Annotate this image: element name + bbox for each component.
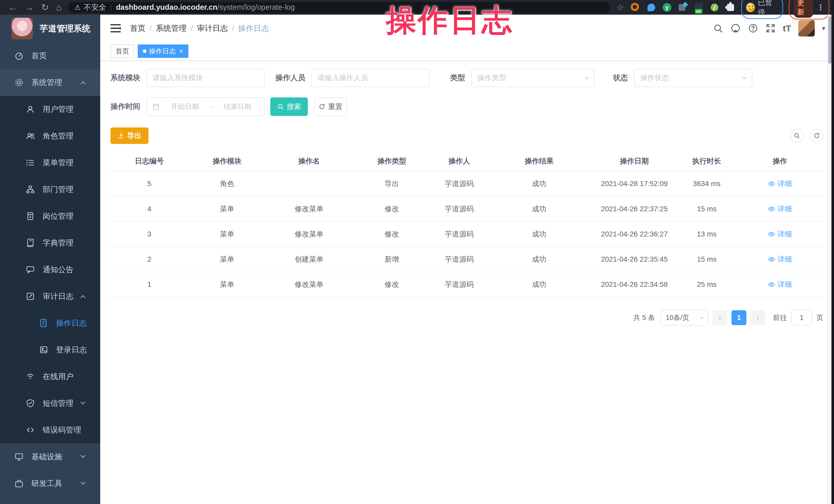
- home-icon[interactable]: ⌂: [56, 3, 62, 12]
- detail-link-label: 详细: [777, 229, 792, 239]
- operator-input[interactable]: [311, 69, 430, 87]
- operate-log-table: 日志编号 操作模块 操作名 操作类型 操作人 操作结果 操作日期 执行时长 操作…: [110, 151, 824, 298]
- sidebar-collapse-icon[interactable]: [110, 24, 121, 33]
- extension-icon-y[interactable]: y: [663, 3, 671, 12]
- url-path: /system/log/operate-log: [217, 3, 295, 12]
- tag-operate-log[interactable]: 操作日志 ×: [138, 44, 188, 58]
- current-page-button[interactable]: 1: [731, 310, 746, 325]
- browser-menu-icon[interactable]: ⋮: [817, 3, 825, 12]
- breadcrumb-separator: /: [232, 24, 234, 32]
- extension-icon-drop[interactable]: [647, 3, 656, 12]
- tag-close-icon[interactable]: ×: [179, 47, 183, 55]
- sidebar-item-audit[interactable]: 审计日志: [0, 283, 100, 310]
- end-date-placeholder[interactable]: 结束日期: [216, 102, 259, 111]
- back-icon[interactable]: ←: [8, 3, 18, 12]
- sidebar-item-dict[interactable]: 字典管理: [0, 229, 100, 256]
- extensions-puzzle-icon[interactable]: [726, 3, 735, 12]
- sidebar-item-home[interactable]: 首页: [0, 42, 100, 69]
- breadcrumb-audit[interactable]: 审计日志: [197, 23, 228, 34]
- extension-icon-leaf[interactable]: [710, 3, 719, 12]
- breadcrumb: 首页 / 系统管理 / 审计日志 / 操作日志: [130, 23, 269, 34]
- sidebar-item-label: 部门管理: [43, 184, 73, 195]
- sidebar-item-system[interactable]: 系统管理: [0, 69, 100, 96]
- sidebar-item-label: 基础设施: [31, 452, 62, 462]
- sidebar-item-posts[interactable]: 岗位管理: [0, 203, 100, 229]
- detail-link[interactable]: 详细: [768, 255, 792, 264]
- sidebar-item-sms[interactable]: 短信管理: [0, 390, 100, 417]
- export-button[interactable]: 导出: [110, 128, 149, 144]
- update-chip[interactable]: 更新 ⋮: [789, 0, 829, 20]
- sidebar-item-login-log[interactable]: 登录日志: [0, 336, 100, 363]
- type-select[interactable]: 操作类型: [471, 69, 595, 87]
- sidebar-item-users[interactable]: 用户管理: [0, 96, 100, 123]
- extension-icon-switch[interactable]: on: [694, 3, 703, 12]
- avatar-caret-icon[interactable]: ▾: [822, 24, 825, 32]
- address-divider: [111, 4, 111, 11]
- fullscreen-icon[interactable]: [765, 23, 776, 34]
- col-header-result: 操作结果: [487, 151, 591, 171]
- help-icon[interactable]: [748, 23, 758, 34]
- refresh-table-button[interactable]: [810, 129, 824, 143]
- table-row: 1 菜单 修改菜单 修改 芋道源码 成功 2021-04-26 22:34:58…: [110, 272, 824, 297]
- reload-icon[interactable]: ↻: [41, 3, 49, 12]
- extension-icon-duo[interactable]: [678, 3, 687, 12]
- status-label: 状态: [613, 73, 628, 83]
- cell-id: 1: [110, 272, 188, 297]
- toggle-search-button[interactable]: [790, 129, 804, 143]
- goto-label: 前往: [773, 313, 787, 322]
- profile-chip[interactable]: 已暂停: [741, 0, 783, 19]
- scrollbar-thumb[interactable]: [828, 16, 831, 64]
- search-button[interactable]: 搜索: [270, 97, 308, 116]
- browser-chrome: ← → ↻ ⌂ ⚠ 不安全 dashboard.yudao.iocoder.cn…: [0, 0, 834, 15]
- sidebar-item-devtools[interactable]: 研发工具: [0, 470, 100, 497]
- col-header-duration: 执行时长: [678, 151, 736, 171]
- module-input[interactable]: [147, 69, 265, 87]
- extension-icon-ring[interactable]: [631, 3, 640, 12]
- table-row: 3 菜单 修改菜单 修改 芋道源码 成功 2021-04-26 22:36:27…: [110, 222, 824, 247]
- sidebar-item-online-users[interactable]: 在线用户: [0, 363, 100, 390]
- breadcrumb-home[interactable]: 首页: [130, 23, 146, 34]
- detail-link[interactable]: 详细: [768, 229, 792, 239]
- sidebar-item-menus[interactable]: 菜单管理: [0, 149, 100, 176]
- col-header-operator: 操作人: [432, 151, 487, 171]
- address-bar[interactable]: ⚠ 不安全 dashboard.yudao.iocoder.cn /system…: [68, 2, 610, 13]
- status-select[interactable]: 操作状态: [634, 69, 752, 87]
- sidebar-item-infra[interactable]: 基础设施: [0, 443, 100, 470]
- sidebar-item-label: 岗位管理: [43, 211, 73, 222]
- sidebar-item-notice[interactable]: 通知公告: [0, 256, 100, 283]
- next-page-button[interactable]: ›: [750, 310, 765, 325]
- module-label: 系统模块: [110, 73, 140, 83]
- user-avatar[interactable]: [798, 20, 815, 37]
- detail-link[interactable]: 详细: [768, 204, 792, 214]
- breadcrumb-system[interactable]: 系统管理: [156, 23, 186, 34]
- goto-page-input[interactable]: [791, 310, 812, 326]
- page-size-select[interactable]: 10条/页: [661, 310, 708, 326]
- date-range-picker[interactable]: 开始日期 - 结束日期: [147, 97, 265, 116]
- sidebar-item-operate-log[interactable]: 操作日志: [0, 310, 100, 336]
- eye-icon: [768, 282, 775, 287]
- font-size-icon[interactable]: tT: [783, 23, 791, 34]
- sidebar-item-roles[interactable]: 角色管理: [0, 123, 100, 149]
- not-secure-label[interactable]: 不安全: [84, 2, 106, 13]
- update-button[interactable]: 更新: [794, 0, 813, 18]
- eye-icon: [768, 257, 775, 262]
- detail-link[interactable]: 详细: [768, 179, 792, 189]
- prev-page-button[interactable]: ‹: [712, 310, 727, 325]
- message-icon: [26, 265, 35, 274]
- total-count: 共 5 条: [633, 313, 655, 322]
- sidebar-item-label: 审计日志: [43, 291, 73, 302]
- search-icon[interactable]: [713, 23, 723, 34]
- calendar-icon: [152, 103, 160, 111]
- tag-home[interactable]: 首页: [110, 44, 134, 58]
- forward-icon[interactable]: →: [25, 3, 34, 12]
- reset-button[interactable]: 重置: [314, 97, 347, 116]
- sidebar-item-error-code[interactable]: 错误码管理: [0, 417, 100, 443]
- page-scrollbar[interactable]: [827, 15, 831, 504]
- sidebar-item-depts[interactable]: 部门管理: [0, 176, 100, 203]
- detail-link[interactable]: 详细: [768, 280, 792, 289]
- start-date-placeholder[interactable]: 开始日期: [163, 102, 206, 111]
- menu-list-icon: [26, 158, 35, 167]
- app-brand[interactable]: 芋道管理系统: [0, 15, 100, 42]
- github-icon[interactable]: [730, 23, 741, 34]
- bookmark-star-icon[interactable]: ☆: [617, 3, 624, 12]
